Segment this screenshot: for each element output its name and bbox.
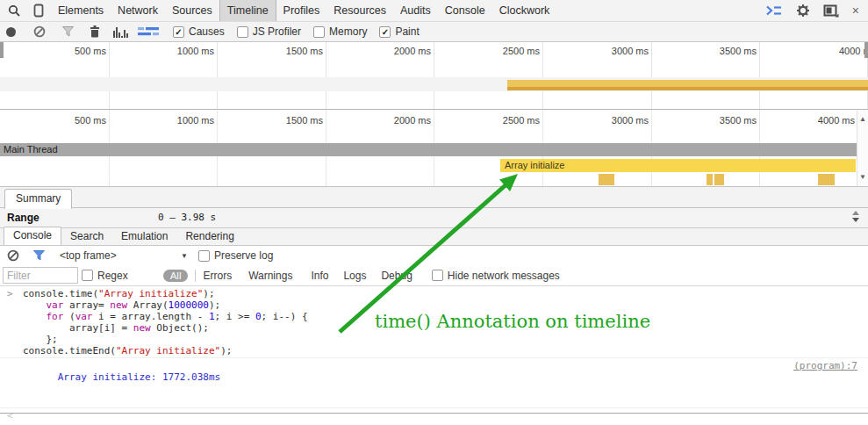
overview-ruler-label: 500 ms	[75, 46, 106, 56]
overview-ruler-label: 2000 ms	[394, 46, 431, 56]
code-token: 0	[255, 311, 262, 322]
overview-ruler-label: 3000 ms	[612, 46, 649, 56]
regex-checkbox[interactable]	[82, 270, 93, 281]
paint-checkbox-label[interactable]: Paint	[395, 25, 419, 38]
causes-checkbox-label[interactable]: Causes	[189, 25, 225, 38]
memory-checkbox-label[interactable]: Memory	[329, 25, 367, 38]
event-block[interactable]	[707, 174, 713, 185]
tab-network[interactable]: Network	[111, 0, 165, 21]
code-token: };	[23, 334, 58, 345]
source-link[interactable]: (program):7	[793, 360, 857, 371]
gear-icon[interactable]	[796, 4, 810, 18]
event-block[interactable]	[599, 174, 614, 185]
range-label: Range	[7, 208, 39, 227]
drawer-tab-search[interactable]: Search	[61, 228, 112, 245]
main-ruler-label: 2000 ms	[394, 115, 431, 126]
code-token: "Array initialize"	[116, 345, 220, 357]
range-row: Range 0 — 3.98 s	[0, 208, 868, 228]
code-token: array[i] =	[23, 322, 133, 334]
device-mode-icon[interactable]	[33, 4, 44, 18]
gridline	[651, 42, 652, 109]
level-logs-button[interactable]: Logs	[343, 270, 366, 282]
drawer-tab-emulation[interactable]: Emulation	[112, 228, 176, 245]
code-line: array[i] = new Object();	[23, 322, 868, 334]
scroll-down-icon[interactable]: ▼	[857, 174, 868, 181]
code-token: i = array.length -	[93, 311, 209, 322]
hide-network-checkbox[interactable]	[432, 270, 443, 281]
timeline-scrollbar[interactable]: ▲ ▼	[857, 111, 868, 186]
console-filter-icon[interactable]	[33, 250, 45, 261]
overview-activity-bar[interactable]	[507, 80, 868, 90]
console-clear-icon[interactable]	[7, 249, 19, 262]
level-info-button[interactable]: Info	[311, 270, 328, 282]
spinner-down-icon[interactable]	[852, 218, 859, 222]
tab-console[interactable]: Console	[438, 0, 492, 21]
main-ruler-label: 4000 ms	[818, 115, 855, 126]
main-thread-header[interactable]: Main Thread	[0, 143, 857, 156]
code-token: var	[47, 299, 64, 311]
tab-elements[interactable]: Elements	[51, 0, 111, 21]
tab-summary[interactable]: Summary	[4, 189, 72, 209]
trash-icon[interactable]	[90, 25, 100, 38]
spinner-up-icon[interactable]	[852, 211, 859, 215]
tab-profiles[interactable]: Profiles	[276, 0, 327, 21]
execution-context-label: <top frame>	[60, 249, 117, 262]
preserve-log-checkbox[interactable]	[198, 250, 210, 262]
preserve-log-label[interactable]: Preserve log	[214, 249, 273, 262]
level-debug-button[interactable]: Debug	[381, 270, 412, 282]
code-token: );	[209, 299, 220, 311]
regex-label[interactable]: Regex	[97, 270, 128, 282]
record-icon[interactable]	[5, 26, 17, 38]
event-block[interactable]	[818, 174, 835, 185]
bar-chart-icon[interactable]	[113, 26, 129, 38]
return-value-marker: <	[7, 410, 13, 421]
code-token: for	[47, 311, 64, 322]
close-icon[interactable]: ×	[852, 4, 859, 17]
overview-right-grip[interactable]	[864, 42, 868, 58]
main-ruler-label: 1000 ms	[177, 115, 214, 126]
frames-mode-icon[interactable]	[138, 26, 159, 37]
tab-sources[interactable]: Sources	[165, 0, 219, 21]
console-filter-bar: Regex All Errors Warnings Info Logs Debu…	[0, 265, 868, 286]
paint-checkbox[interactable]: ✓	[379, 26, 391, 38]
drawer-tab-console[interactable]: Console	[4, 227, 61, 245]
event-bar-array-initialize[interactable]: Array initialize	[500, 159, 856, 172]
tabbar-right-controls: ×	[765, 4, 868, 18]
timer-result-text: Array initialize: 1772.038ms	[58, 371, 220, 383]
tab-clockwork[interactable]: Clockwork	[492, 0, 557, 21]
console-drawer-icon[interactable]	[765, 4, 783, 17]
range-spinner[interactable]	[852, 211, 860, 222]
input-echo-marker: >	[7, 288, 13, 299]
main-ruler-label: 500 ms	[75, 115, 106, 126]
search-icon[interactable]	[8, 4, 21, 18]
clear-icon[interactable]	[33, 25, 46, 38]
causes-checkbox[interactable]: ✓	[173, 26, 184, 38]
code-token: new	[133, 322, 151, 334]
overview-left-grip[interactable]	[0, 42, 4, 58]
tab-audits[interactable]: Audits	[393, 0, 438, 21]
drawer-tab-bar: Console Search Emulation Rendering	[0, 228, 868, 246]
code-token: ; i >=	[215, 311, 255, 322]
hide-network-label[interactable]: Hide network messages	[448, 270, 560, 282]
level-all-button[interactable]: All	[163, 270, 189, 282]
js-profiler-checkbox[interactable]	[237, 26, 248, 38]
memory-checkbox[interactable]	[313, 26, 325, 38]
js-profiler-checkbox-label[interactable]: JS Profiler	[253, 25, 301, 38]
level-errors-button[interactable]: Errors	[203, 270, 232, 282]
drawer-tab-rendering[interactable]: Rendering	[176, 228, 242, 245]
level-warnings-button[interactable]: Warnings	[248, 270, 292, 282]
execution-context-select[interactable]: <top frame> ▼	[60, 249, 188, 262]
scroll-up-icon[interactable]: ▲	[857, 116, 868, 123]
code-token: Object();	[151, 322, 209, 334]
tab-timeline[interactable]: Timeline	[219, 0, 276, 21]
event-block[interactable]	[714, 174, 724, 185]
code-token	[23, 299, 47, 311]
code-token: ; i--) {	[262, 311, 308, 322]
dock-side-icon[interactable]	[823, 4, 839, 18]
code-line: console.time("Array initialize");	[23, 288, 868, 299]
filter-icon[interactable]	[62, 26, 74, 37]
filter-input[interactable]	[3, 267, 78, 284]
code-line: };	[23, 334, 868, 345]
tab-resources[interactable]: Resources	[326, 0, 393, 21]
code-token	[23, 311, 47, 322]
